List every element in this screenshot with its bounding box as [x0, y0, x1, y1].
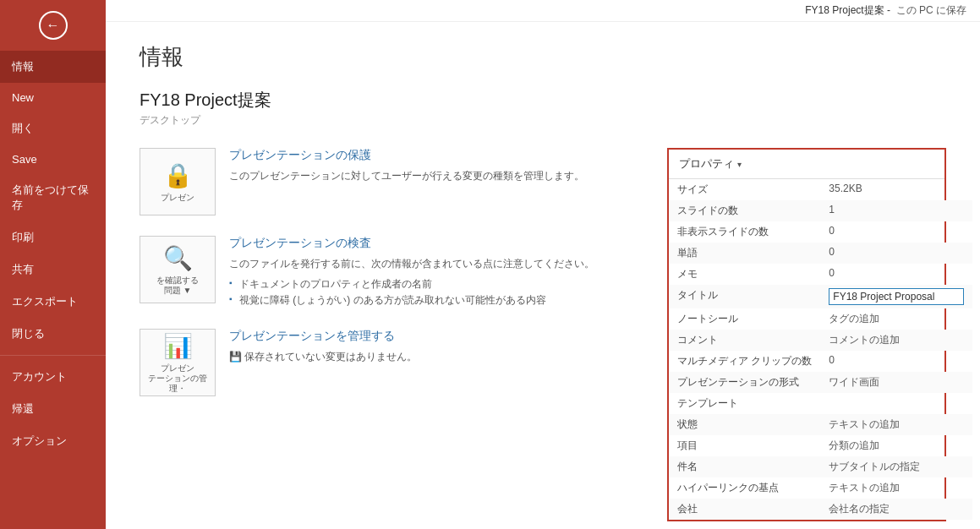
back-button[interactable]: ←	[0, 0, 106, 51]
sidebar-item-info[interactable]: 情報	[0, 51, 106, 83]
topbar-doc-title: FY18 Project提案 -	[805, 3, 890, 18]
property-row: サイズ35.2KB	[669, 179, 972, 200]
sidebar-item-kikan[interactable]: 帰還	[0, 393, 106, 425]
property-row: ハイパーリンクの基点テキストの追加	[669, 477, 972, 499]
protection-heading[interactable]: プレゼンテーションの保護	[229, 148, 584, 163]
property-value[interactable]: 分類の追加	[820, 435, 972, 456]
section-inspection: 🔍 を確認する問題 ▼ プレゼンテーションの検査 このファイルを発行する前に、次…	[140, 236, 642, 308]
property-row: 単語0	[669, 243, 972, 264]
property-label: ハイパーリンクの基点	[669, 477, 820, 499]
property-label: 非表示スライドの数	[669, 221, 820, 243]
sidebar-item-close[interactable]: 閉じる	[0, 318, 106, 350]
property-row: プレゼンテーションの形式ワイド画面	[669, 372, 972, 393]
properties-header-label: プロパティ	[679, 156, 734, 172]
property-label: ノートシール	[669, 308, 820, 330]
property-value[interactable]: 会社名の指定	[820, 499, 972, 520]
property-row: コメントコメントの追加	[669, 330, 972, 351]
inspection-description: このファイルを発行する前に、次の情報が含まれている点に注意してください。	[229, 256, 594, 271]
inspection-icon-label: を確認する問題 ▼	[156, 275, 199, 296]
property-value: 0	[820, 243, 972, 264]
property-row: メモ0	[669, 264, 972, 285]
inspection-text: プレゼンテーションの検査 このファイルを発行する前に、次の情報が含まれている点に…	[229, 236, 594, 308]
property-value[interactable]: タグの追加	[820, 308, 972, 330]
protection-text: プレゼンテーションの保護 このプレゼンテーションに対してユーザーが行える変更の種…	[229, 148, 584, 183]
sidebar-item-saveas[interactable]: 名前をつけて保存	[0, 174, 106, 221]
inspection-bullet-2: 視覚に障碍 (しょうがい) のある方が読み取れない可能性がある内容	[229, 292, 594, 308]
property-row: スライドの数1	[669, 200, 972, 221]
property-value[interactable]: コメントの追加	[820, 330, 972, 351]
sidebar-item-print[interactable]: 印刷	[0, 221, 106, 254]
property-row: 非表示スライドの数0	[669, 221, 972, 243]
property-row: 会社会社名の指定	[669, 499, 972, 520]
doc-path: デスクトップ	[140, 113, 946, 128]
manage-icon-label: プレゼンテーションの管理・	[140, 363, 215, 394]
property-value: ワイド画面	[820, 372, 972, 393]
property-label: コメント	[669, 330, 820, 351]
inspection-bullets: ドキュメントのプロパティと作成者の名前 視覚に障碍 (しょうがい) のある方が読…	[229, 276, 594, 308]
property-row: 項目分類の追加	[669, 435, 972, 456]
property-value: 0	[820, 264, 972, 285]
topbar-save-location: この PC に保存	[896, 3, 966, 18]
property-label: 件名	[669, 456, 820, 477]
content-area: 情報 FY18 Project提案 デスクトップ 🔒 プレゼン プレゼンテーショ…	[106, 22, 980, 529]
main-content: FY18 Project提案 - この PC に保存 情報 FY18 Proje…	[106, 0, 980, 529]
sidebar-item-open[interactable]: 開く	[0, 112, 106, 145]
page-title: 情報	[140, 42, 946, 72]
protection-icon-box[interactable]: 🔒 プレゼン	[140, 148, 216, 215]
sidebar-item-new[interactable]: New	[0, 83, 106, 112]
properties-table: サイズ35.2KBスライドの数1非表示スライドの数0単語0メモ0タイトルノートシ…	[669, 179, 972, 520]
inspection-bullet-1: ドキュメントのプロパティと作成者の名前	[229, 276, 594, 292]
property-value[interactable]: テキストの追加	[820, 477, 972, 499]
property-value: 0	[820, 351, 972, 372]
title-input[interactable]	[829, 288, 964, 305]
property-label: タイトル	[669, 285, 820, 308]
doc-name: FY18 Project提案	[140, 89, 946, 112]
property-row: ノートシールタグの追加	[669, 308, 972, 330]
property-label: 状態	[669, 414, 820, 435]
properties-dropdown-icon: ▾	[737, 160, 742, 169]
property-label: プレゼンテーションの形式	[669, 372, 820, 393]
topbar: FY18 Project提案 - この PC に保存	[106, 0, 980, 22]
manage-icon: 📊	[163, 332, 193, 360]
property-label: 会社	[669, 499, 820, 520]
property-row: テンプレート	[669, 393, 972, 414]
sidebar-item-share[interactable]: 共有	[0, 254, 106, 286]
section-protection: 🔒 プレゼン プレゼンテーションの保護 このプレゼンテーションに対してユーザーが…	[140, 148, 642, 215]
sidebar-item-account[interactable]: アカウント	[0, 361, 106, 393]
protection-icon-label: プレゼン	[161, 193, 194, 203]
property-label: マルチメディア クリップの数	[669, 351, 820, 372]
property-value: 1	[820, 200, 972, 221]
property-value	[820, 393, 972, 414]
sidebar-item-export[interactable]: エクスポート	[0, 286, 106, 318]
section-manage: 📊 プレゼンテーションの管理・ プレゼンテーションを管理する 💾 保存されていな…	[140, 329, 642, 396]
lock-icon: 🔒	[163, 161, 193, 189]
inspection-icon-box[interactable]: 🔍 を確認する問題 ▼	[140, 236, 216, 303]
properties-panel: プロパティ ▾ サイズ35.2KBスライドの数1非表示スライドの数0単語0メモ0…	[667, 148, 946, 521]
sidebar-item-options[interactable]: オプション	[0, 425, 106, 457]
property-row: 件名サブタイトルの指定	[669, 456, 972, 477]
property-label: 単語	[669, 243, 820, 264]
property-label: メモ	[669, 264, 820, 285]
property-label: サイズ	[669, 179, 820, 200]
property-value[interactable]	[820, 285, 972, 308]
property-label: 項目	[669, 435, 820, 456]
sidebar: ← 情報 New 開く Save 名前をつけて保存 印刷 共有 エクスポート 閉…	[0, 0, 106, 529]
properties-header[interactable]: プロパティ ▾	[669, 150, 944, 179]
inspection-heading[interactable]: プレゼンテーションの検査	[229, 236, 594, 251]
two-col-layout: 🔒 プレゼン プレゼンテーションの保護 このプレゼンテーションに対してユーザーが…	[140, 148, 946, 521]
property-label: テンプレート	[669, 393, 820, 414]
inspect-icon: 🔍	[163, 244, 193, 272]
property-value[interactable]: テキストの追加	[820, 414, 972, 435]
manage-description: 💾 保存されていない変更はありません。	[229, 349, 417, 364]
property-value: 35.2KB	[820, 179, 972, 200]
manage-icon-box[interactable]: 📊 プレゼンテーションの管理・	[140, 329, 216, 396]
manage-text: プレゼンテーションを管理する 💾 保存されていない変更はありません。	[229, 329, 417, 364]
protection-description: このプレゼンテーションに対してユーザーが行える変更の種類を管理します。	[229, 168, 584, 183]
manage-heading[interactable]: プレゼンテーションを管理する	[229, 329, 417, 344]
property-row: タイトル	[669, 285, 972, 308]
property-row: マルチメディア クリップの数0	[669, 351, 972, 372]
property-value[interactable]: サブタイトルの指定	[820, 456, 972, 477]
property-row: 状態テキストの追加	[669, 414, 972, 435]
property-value: 0	[820, 221, 972, 243]
sidebar-item-save[interactable]: Save	[0, 145, 106, 174]
